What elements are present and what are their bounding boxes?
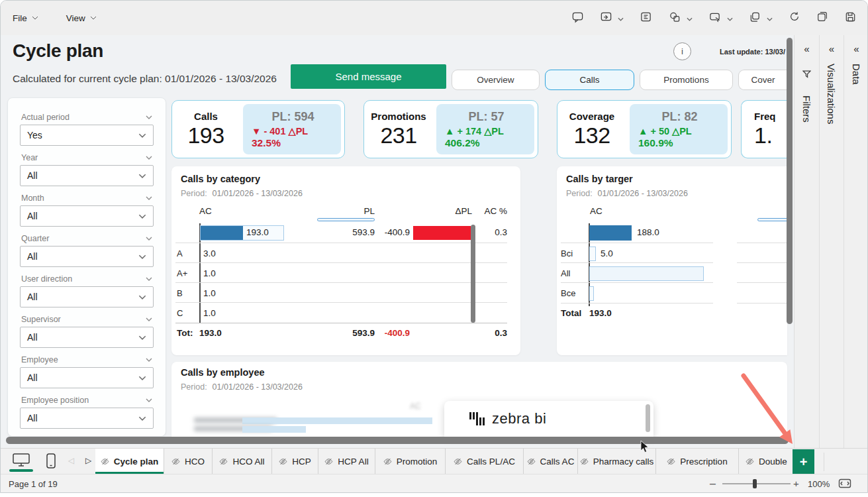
data-pane[interactable]: « Data [844,35,868,448]
total-separator [175,323,507,323]
menu-view[interactable]: View [66,13,97,23]
refresh-icon[interactable] [789,11,800,25]
bring-forward-icon[interactable] [749,11,761,26]
tab-hcp[interactable]: HCP [272,449,318,474]
gridline [737,243,787,243]
calls-button[interactable]: Calls [545,70,634,90]
visual-scrollbar[interactable] [471,225,475,323]
send-message-button[interactable]: Send message [291,64,446,89]
ac-vs-pl-bar [589,286,594,301]
calls-by-target-visual[interactable]: Calls by targer Period:01/01/2026 - 13/0… [557,166,787,355]
filter-select-supervisor[interactable]: All [20,327,154,348]
kpi-delta: ▲ + 174 △PL [445,126,528,137]
filter-select-employee[interactable]: All [20,367,154,388]
collapse-pane-icon[interactable]: « [804,43,809,54]
filter-select-employee-position[interactable]: All [20,408,154,429]
collapse-pane-icon[interactable]: « [829,43,834,54]
filter-select-year[interactable]: All [20,165,154,186]
tab-cycle-plan[interactable]: Cycle plan [95,449,164,474]
filter-label-month[interactable]: Month [20,192,154,203]
kpi-card-promotions[interactable]: Promotions 231 PL: 57 ▲ + 174 △PL 406.2% [363,100,538,158]
menu-file[interactable]: File [13,13,38,23]
kpi-plan-value: PL: 57 [445,110,528,124]
kpi-card-calls[interactable]: Calls 193 PL: 594 ▼ - 401 △PL 32.5% [171,100,345,158]
next-page-arrow[interactable]: ▷ [85,456,91,465]
horizontal-scrollbar[interactable] [6,437,789,444]
filter-select-actual-period[interactable]: Yes [20,125,154,146]
toolbar [571,1,857,35]
filters-pane[interactable]: « Filters [794,35,819,448]
filter-label-supervisor[interactable]: Supervisor [20,313,154,325]
chevron-down-icon [146,398,152,402]
page-indicator: Page 1 of 19 [9,479,58,489]
tab-calls-pl-ac[interactable]: Calls PL/AC [446,449,524,474]
tab-promotion[interactable]: Promotion [375,449,446,474]
filter-label-year[interactable]: Year [20,152,154,163]
desktop-view-icon[interactable] [12,453,30,470]
dpl-negative-bar [413,226,471,240]
tab-calls-ac[interactable]: Calls AC [524,449,578,474]
filter-label-quarter[interactable]: Quarter [20,233,154,244]
calls-by-category-visual[interactable]: Calls by category Period:01/01/2026 - 13… [171,166,520,355]
kpi-card-coverage[interactable]: Coverage 132 PL: 82 ▲ + 50 △PL 160.9% [557,100,732,158]
app-window: File View [0,0,868,493]
kpi-delta: ▲ + 50 △PL [638,126,721,137]
chevron-down-icon [138,174,146,178]
collapse-pane-icon[interactable]: « [853,43,859,54]
present-icon[interactable] [600,11,612,26]
hidden-page-icon [383,457,392,466]
total-ac: 193.0 [199,328,222,338]
total-dpl: -400.9 [370,328,410,338]
visualizations-pane[interactable]: « Visualizations [819,35,844,448]
zoom-out-button[interactable]: – [710,478,716,490]
text-box-icon[interactable] [640,11,652,26]
zoom-slider-thumb[interactable] [753,479,757,488]
chevron-down-icon[interactable] [767,12,773,24]
comment-icon[interactable] [571,11,584,26]
chevron-down-icon[interactable] [618,12,624,24]
hidden-page-icon [454,457,462,466]
column-header-ac-blurred: AC [410,402,421,411]
ac-vs-pl-bar [589,247,596,261]
popup-scrollbar[interactable] [646,404,650,432]
kpi-value: 132 [573,123,610,148]
info-icon[interactable]: i [673,42,691,60]
hidden-page-icon [746,457,754,466]
save-icon[interactable] [844,11,857,26]
zebra-bi-popup[interactable]: zebra bi [444,401,653,437]
add-page-button[interactable]: + [793,449,814,474]
chevron-down-icon [138,214,146,219]
row-label: All [561,268,570,278]
filter-label-user-direction[interactable]: User direction [20,273,154,284]
kpi-promotions-main: Promotions 231 [364,101,433,158]
filter-select-user-direction[interactable]: All [20,286,154,307]
filter-label-actual-period[interactable]: Actual period [20,111,154,123]
fit-to-page-icon[interactable] [838,478,851,491]
overview-button[interactable]: Overview [452,70,540,90]
filter-label-employee-position[interactable]: Employee position [20,394,154,406]
chevron-down-icon [146,156,152,160]
filter-select-month[interactable]: All [20,205,154,227]
mobile-view-icon[interactable] [46,453,56,472]
vertical-scrollbar[interactable] [787,38,793,324]
chevron-down-icon[interactable] [727,12,733,24]
prev-page-arrow[interactable]: ◁ [68,456,74,465]
copy-icon[interactable] [816,11,828,25]
filter-select-quarter[interactable]: All [20,246,154,267]
tab-pharmacy-calls[interactable]: Pharmacy calls [578,449,656,474]
tab-hco[interactable]: HCO [164,449,213,474]
chevron-down-icon[interactable] [687,12,693,24]
zoom-in-button[interactable]: + [793,478,799,489]
zebra-bi-bars-icon [468,410,485,427]
tab-prescription[interactable]: Prescription [656,449,739,474]
new-visual-icon[interactable] [708,11,722,26]
filter-funnel-icon [802,69,811,81]
tab-hco-all[interactable]: HCO All [213,449,272,474]
promotions-button[interactable]: Promotions [640,70,733,90]
tab-hcp-all[interactable]: HCP All [318,449,375,474]
kpi-card-frequency[interactable]: Freq 1. [741,100,787,158]
coverage-button[interactable]: Cover [738,70,787,90]
filter-label-employee[interactable]: Employee [20,354,154,365]
shapes-icon[interactable] [668,11,681,26]
tab-double[interactable]: Double [739,449,793,474]
